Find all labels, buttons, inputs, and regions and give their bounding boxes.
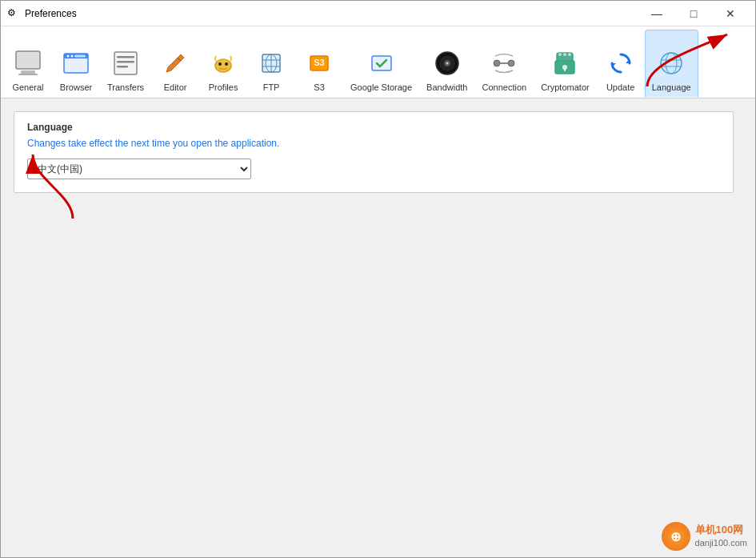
svg-rect-1 [21,70,35,74]
toolbar-item-editor[interactable]: Editor [151,30,199,98]
toolbar-item-s3[interactable]: S3S3 [295,30,343,98]
toolbar-label-profiles: Profiles [209,82,238,92]
connection-icon [488,47,520,79]
toolbar: GeneralBrowserTransfersEditorProfilesFTP… [1,26,755,98]
svg-rect-7 [74,55,86,58]
title-bar-left: ⚙ Preferences [7,7,77,20]
toolbar-item-browser[interactable]: Browser [52,30,100,98]
toolbar-label-cryptomator: Cryptomator [541,82,590,92]
title-bar: ⚙ Preferences — □ ✕ [1,1,755,26]
language-panel: Language Changes take effect the next ti… [14,111,734,193]
toolbar-label-update: Update [606,82,634,92]
app-icon: ⚙ [7,7,20,20]
svg-marker-40 [612,63,616,67]
toolbar-label-transfers: Transfers [107,82,144,92]
svg-rect-8 [114,52,137,74]
language-select[interactable]: System DefaultEnglish中文(中国)日本語DeutschFra… [27,159,251,179]
svg-point-30 [508,60,514,66]
toolbar-label-google-storage: Google Storage [350,82,412,92]
toolbar-label-connection: Connection [482,82,526,92]
panel-description: Changes take effect the next time you op… [27,138,720,149]
content-area: Language Changes take effect the next ti… [1,98,755,557]
editor-icon [159,47,191,79]
cryptomator-icon [549,47,581,79]
svg-point-16 [225,62,228,66]
toolbar-item-cryptomator[interactable]: Cryptomator [534,30,597,98]
toolbar-label-general: General [12,82,43,92]
toolbar-item-language[interactable]: Language [645,30,698,98]
general-icon [12,47,44,79]
toolbar-item-profiles[interactable]: Profiles [199,30,247,98]
bandwidth-icon [431,47,463,79]
toolbar-label-editor: Editor [164,82,187,92]
window-title: Preferences [25,8,77,19]
watermark: ⊕ 单机100网 danji100.com [662,522,747,551]
svg-rect-2 [18,74,38,75]
svg-point-38 [568,53,571,56]
toolbar-item-general[interactable]: General [4,30,52,98]
svg-rect-24 [372,56,391,70]
toolbar-item-connection[interactable]: Connection [474,30,534,98]
update-icon [605,47,637,79]
google-storage-icon [366,47,398,79]
transfers-icon [110,47,142,79]
toolbar-label-browser: Browser [60,82,92,92]
toolbar-item-ftp[interactable]: FTP [247,30,295,98]
svg-text:S3: S3 [314,58,324,67]
panel-title: Language [27,122,720,133]
minimize-button[interactable]: — [638,1,675,26]
toolbar-item-update[interactable]: Update [597,30,645,98]
svg-point-41 [661,53,682,74]
toolbar-label-language: Language [652,82,691,92]
watermark-url: danji100.com [695,537,747,548]
toolbar-item-bandwidth[interactable]: Bandwidth [419,30,474,98]
maximize-button[interactable]: □ [675,1,712,26]
watermark-symbol: ⊕ [670,529,681,544]
svg-point-5 [67,55,70,58]
watermark-site: 单机100网 [695,524,747,537]
svg-rect-0 [16,51,40,69]
svg-rect-9 [117,56,134,58]
preferences-window: ⚙ Preferences — □ ✕ GeneralBrowserTransf… [0,0,756,558]
svg-point-37 [563,53,566,56]
title-bar-buttons: — □ ✕ [638,1,749,26]
browser-icon [60,47,92,79]
language-icon [655,47,687,79]
toolbar-label-s3: S3 [314,82,324,92]
toolbar-item-transfers[interactable]: Transfers [100,30,151,98]
svg-point-29 [494,60,500,66]
s3-icon: S3 [303,47,335,79]
svg-point-15 [218,62,222,66]
watermark-logo: ⊕ [662,522,690,551]
svg-marker-39 [626,59,630,63]
svg-rect-10 [117,61,134,63]
svg-rect-11 [117,66,128,68]
profiles-icon [207,47,239,79]
close-button[interactable]: ✕ [712,1,749,26]
watermark-text: 单机100网 danji100.com [695,524,747,548]
toolbar-label-ftp: FTP [263,82,280,92]
toolbar-item-google-storage[interactable]: Google Storage [343,30,419,98]
svg-point-6 [71,55,74,58]
toolbar-label-bandwidth: Bandwidth [426,82,467,92]
svg-point-28 [446,62,448,65]
svg-point-36 [558,53,562,56]
ftp-icon [255,47,287,79]
